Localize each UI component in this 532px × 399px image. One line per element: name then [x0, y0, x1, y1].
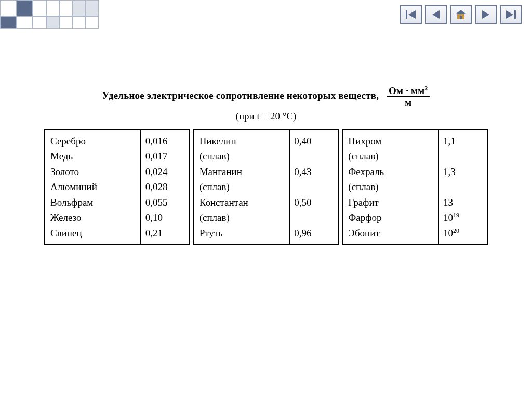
- material-value: 0,43: [294, 164, 334, 179]
- table-column: Никелин(сплав)Манганин(сплав)Константан(…: [193, 129, 339, 245]
- material-value: [294, 149, 334, 164]
- next-icon: [481, 10, 491, 19]
- material-name: Манганин: [200, 164, 284, 179]
- material-name: Золото: [50, 164, 135, 179]
- svg-marker-3: [456, 10, 466, 14]
- material-name: Фарфор: [348, 210, 433, 225]
- material-name: (сплав): [200, 210, 284, 225]
- slide-content: Удельное электрическое сопротивление нек…: [0, 86, 532, 245]
- svg-marker-6: [482, 10, 489, 19]
- material-value: 0,024: [145, 164, 185, 179]
- material-value: 0,96: [294, 225, 334, 241]
- material-name: Фехраль: [348, 164, 433, 179]
- material-name: (сплав): [200, 149, 284, 164]
- material-name: Медь: [50, 149, 135, 164]
- nav-first-button[interactable]: [400, 5, 422, 24]
- material-name: Графит: [348, 195, 433, 210]
- material-value: [443, 179, 483, 194]
- nav-next-button[interactable]: [475, 5, 497, 24]
- table-column: Нихром(сплав)Фехраль(сплав)ГрафитФарфорЭ…: [342, 129, 488, 245]
- first-icon: [405, 10, 417, 19]
- unit-denominator: м: [387, 97, 430, 108]
- home-icon: [455, 9, 467, 20]
- material-value: [294, 179, 334, 194]
- svg-marker-7: [506, 10, 513, 19]
- material-name: Свинец: [50, 225, 135, 241]
- material-value: [294, 210, 334, 225]
- unit-fraction: Ом · мм2 м: [387, 86, 430, 108]
- material-value: 0,40: [294, 134, 334, 149]
- material-name: Ртуть: [200, 225, 284, 241]
- material-name: Нихром: [348, 134, 433, 149]
- material-name: (сплав): [348, 179, 433, 194]
- nav-last-button[interactable]: [500, 5, 522, 24]
- nav-home-button[interactable]: [450, 5, 472, 24]
- svg-rect-5: [460, 16, 462, 19]
- unit-num-exp: 2: [424, 85, 428, 92]
- material-name: Никелин: [200, 134, 284, 149]
- material-name: Алюминий: [50, 179, 135, 194]
- slide-navigation: [400, 5, 522, 24]
- material-value: 0,028: [145, 179, 185, 194]
- material-value: 0,016: [145, 134, 185, 149]
- material-value: 1,1: [443, 134, 483, 149]
- material-value: 1020: [443, 225, 483, 241]
- material-name: Эбонит: [348, 225, 433, 241]
- material-value: [443, 149, 483, 164]
- material-value: 0,10: [145, 210, 185, 225]
- material-name: (сплав): [348, 149, 433, 164]
- material-value: 0,50: [294, 195, 334, 210]
- svg-marker-2: [432, 10, 440, 19]
- table-title: Удельное электрическое сопротивление нек…: [44, 86, 488, 108]
- material-value: 0,21: [145, 225, 185, 241]
- material-value: 1,3: [443, 164, 483, 179]
- table-subtitle: (при t = 20 °C): [44, 111, 488, 122]
- slide-decoration: [0, 0, 99, 29]
- material-name: (сплав): [200, 179, 284, 194]
- material-name: Серебро: [50, 134, 135, 149]
- material-value: 13: [443, 195, 483, 210]
- material-value: 0,055: [145, 195, 185, 210]
- title-text: Удельное электрическое сопротивление нек…: [102, 90, 379, 101]
- material-value: 1019: [443, 210, 483, 225]
- material-name: Константан: [200, 195, 284, 210]
- unit-numerator: Ом · мм: [389, 85, 424, 96]
- prev-icon: [431, 10, 441, 19]
- svg-rect-0: [406, 10, 407, 19]
- last-icon: [505, 10, 516, 19]
- resistivity-table: СереброМедьЗолотоАлюминийВольфрамЖелезоС…: [44, 129, 488, 245]
- svg-marker-1: [408, 10, 416, 19]
- svg-rect-8: [514, 10, 516, 19]
- nav-prev-button[interactable]: [425, 5, 447, 24]
- material-value: 0,017: [145, 149, 185, 164]
- material-name: Вольфрам: [50, 195, 135, 210]
- table-column: СереброМедьЗолотоАлюминийВольфрамЖелезоС…: [44, 129, 190, 245]
- material-name: Железо: [50, 210, 135, 225]
